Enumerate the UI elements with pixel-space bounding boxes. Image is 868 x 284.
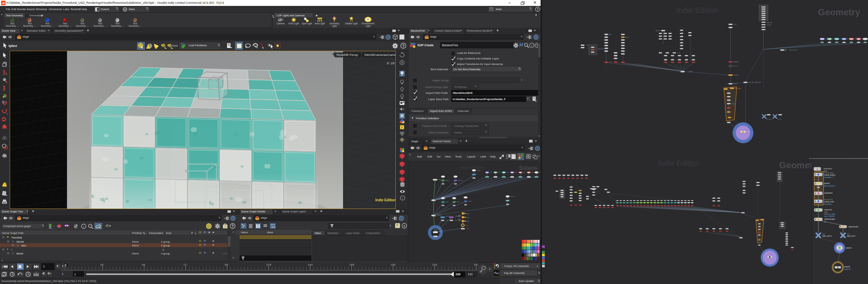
svg-text:attribwrangle1: attribwrangle1 [824, 218, 835, 220]
svg-text:mat: mat [825, 38, 827, 40]
svg-text:Geomet: Geomet [779, 160, 813, 170]
svg-text:rend_st: rend_st [468, 201, 472, 202]
svg-text:TRS: TRS [271, 226, 275, 228]
svg-text:light_t: light_t [446, 201, 449, 203]
svg-text:subdiv_it: subdiv_it [732, 103, 736, 105]
svg-text:OUT_geoX: OUT_geoX [766, 119, 771, 120]
svg-text:attrde1: attrde1 [609, 62, 612, 63]
svg-text:equipment: equipment [734, 74, 739, 76]
svg-text:i: i [402, 196, 403, 200]
svg-text:GEO_OUT: GEO_OUT [847, 235, 855, 237]
svg-text:in_geo: in_geo [733, 24, 737, 25]
svg-text:grp_pre: grp_pre [625, 36, 629, 38]
svg-text:karma: karma [446, 216, 450, 217]
svg-text:vis_null: vis_null [778, 119, 781, 120]
svg-text:cam_rig3: cam_rig3 [767, 24, 771, 26]
svg-text:key1: key1 [467, 217, 469, 218]
svg-text:attribdelete: attribdelete [733, 61, 739, 63]
svg-text:mat: mat [847, 38, 849, 40]
svg-text:merge_GEO_subFlow_GR: merge_GEO_subFlow_GR [748, 82, 761, 83]
svg-text:switch1: switch1 [846, 247, 852, 249]
svg-text:repeat_begin: repeat_begin [735, 88, 741, 89]
svg-text:Solaris: Solaris [519, 165, 537, 171]
svg-text:bana_sm: bana_sm [458, 180, 463, 181]
svg-text:...tmp_from_&_tmb: ...tmp_from_&_tmb [788, 49, 797, 51]
svg-text:mat: mat [507, 172, 508, 173]
svg-text:fetch2: fetch2 [466, 228, 469, 229]
svg-text:48: 48 [142, 263, 145, 266]
svg-text:mat: mat [523, 172, 525, 173]
svg-text:mtl_lib: mtl_lib [477, 170, 481, 171]
svg-text:24: 24 [100, 263, 104, 266]
svg-text:merge1: merge1 [437, 198, 441, 200]
svg-text:switch_cams: switch_cams [598, 48, 604, 50]
svg-text:i: i [83, 225, 84, 228]
svg-text:216: 216 [432, 263, 437, 266]
svg-text:subdivide1: subdivide1 [824, 192, 833, 194]
svg-text:?: ? [537, 8, 539, 11]
svg-text:1: 1 [817, 168, 818, 170]
svg-text:mat: mat [832, 38, 834, 40]
svg-text:72: 72 [183, 263, 187, 266]
svg-text:clean_tmp: clean_tmp [733, 65, 738, 67]
svg-text:uv_set: uv_set [677, 52, 681, 54]
svg-text:output #0: output #0 [844, 268, 851, 270]
svg-text:Indie Edition: Indie Edition [676, 6, 718, 15]
svg-text:usdrop: usdrop [455, 216, 458, 217]
svg-text:out_0: out_0 [746, 131, 749, 132]
svg-text:168: 168 [349, 263, 354, 266]
svg-text:?: ? [224, 225, 226, 228]
svg-text:mat: mat [515, 172, 517, 173]
svg-text:repeat_end1: repeat_end1 [824, 201, 834, 203]
svg-text:@: @ [824, 220, 826, 222]
svg-text:rop1: rop1 [446, 220, 449, 221]
svg-text:key3: key3 [467, 221, 469, 222]
svg-text:GEO_OUT1: GEO_OUT1 [822, 235, 832, 237]
svg-text:?: ? [403, 224, 406, 228]
svg-text:i: i [531, 44, 532, 47]
svg-text:rop2: rop2 [455, 220, 457, 221]
svg-text:cam_set: cam_set [510, 196, 515, 197]
svg-text:group1: group1 [824, 182, 830, 184]
svg-text:BAV GROUP 1: BAV GROUP 1 [824, 185, 835, 187]
svg-text:Area: Area [824, 211, 828, 213]
svg-text:tgeo1: tgeo1 [609, 34, 611, 35]
svg-text:mat: mat [490, 172, 492, 173]
svg-text:192: 192 [391, 263, 396, 266]
svg-text:light_s: light_s [457, 201, 460, 203]
svg-text:?: ? [402, 44, 404, 48]
svg-text:120: 120 [266, 263, 272, 266]
svg-text:Geometry: Geometry [818, 7, 860, 17]
svg-text:Feedback : 5: Feedback : 5 [824, 177, 834, 178]
svg-text:?: ? [232, 224, 234, 228]
svg-text:Geometry: Geometry [824, 168, 832, 170]
svg-text:measure1: measure1 [824, 209, 832, 211]
svg-text:Elements: 8434: Elements: 8434 [824, 213, 835, 215]
svg-text:polyextrude1: polyextrude1 [849, 226, 859, 228]
svg-text:Indie Edition: Indie Edition [658, 159, 700, 168]
svg-text:stage: stage [438, 179, 441, 180]
svg-text:mat: mat [854, 38, 856, 40]
svg-text:repeat_begin1: repeat_begin1 [824, 174, 835, 176]
svg-text:96: 96 [225, 263, 228, 266]
svg-text:Indie Edition: Indie Edition [460, 165, 485, 170]
svg-text:mat: mat [532, 172, 533, 173]
svg-text:null_k: null_k [465, 225, 468, 226]
svg-text:bana_tr: bana_tr [446, 180, 450, 181]
svg-text:key8: key8 [467, 213, 469, 214]
svg-text:mat: mat [498, 172, 500, 173]
svg-text:output0: output0 [844, 266, 850, 268]
svg-text:out: out [439, 236, 441, 237]
svg-text:Feedback: Feedback [824, 203, 832, 205]
svg-text:total:-1.000000: total:-1.000000 [824, 216, 835, 217]
svg-text:144: 144 [308, 263, 313, 266]
svg-text:edit1: edit1 [439, 231, 442, 233]
svg-text:mat: mat [840, 38, 841, 40]
svg-text:merge_in: merge_in [656, 30, 660, 31]
svg-text:layout_geo: layout_geo [767, 22, 772, 23]
